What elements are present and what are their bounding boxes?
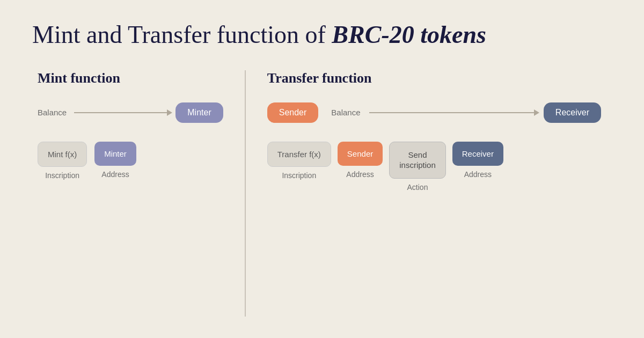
transfer-receiver-box: Receiver [452,142,503,166]
transfer-arrow-head [534,109,539,116]
mint-fx-box: Mint f(x) [38,142,87,167]
mint-minter-box: Minter [94,142,136,166]
mint-arrow-head [167,109,172,116]
transfer-sender-pill: Sender [267,102,319,123]
sections-container: Mint function Balance Minter Mint f(x) I… [32,70,612,317]
page-title: Mint and Transfer function of BRC-20 tok… [32,21,612,49]
mint-address-label: Address [101,170,129,179]
mint-arrow-line [74,109,172,116]
mint-item-address: Minter Address [94,142,136,179]
transfer-section-title: Transfer function [267,70,601,86]
transfer-item-action: Sendinscription Action [389,142,446,192]
transfer-fx-box: Transfer f(x) [267,142,331,167]
mint-item-inscription: Mint f(x) Inscription [38,142,87,180]
transfer-receiver-pill: Receiver [544,102,601,123]
mint-bottom-row: Mint f(x) Inscription Minter Address [38,142,223,180]
mint-arrow-shaft [74,112,167,113]
transfer-receiver-label: Address [464,170,492,179]
transfer-sender-box: Sender [338,142,383,166]
mint-section: Mint function Balance Minter Mint f(x) I… [32,70,246,317]
title-highlight: BRC-20 tokens [332,21,486,48]
transfer-item-inscription: Transfer f(x) Inscription [267,142,331,180]
transfer-action-box: Sendinscription [389,142,446,179]
transfer-item-sender: Sender Address [338,142,383,179]
transfer-inscription-label: Inscription [282,171,316,180]
mint-minter-pill: Minter [175,102,223,123]
transfer-arrow-shaft [369,112,534,113]
transfer-sender-label: Address [346,170,374,179]
mint-section-title: Mint function [38,70,223,86]
transfer-balance-label: Balance [331,108,360,117]
transfer-bottom-row: Transfer f(x) Inscription Sender Address… [267,142,601,192]
mint-arrow-label: Balance [38,108,67,117]
mint-inscription-label: Inscription [45,171,79,180]
transfer-arrow-row: Sender Balance Receiver [267,102,601,123]
title-prefix: Mint and Transfer function of [32,21,332,48]
page-container: Mint and Transfer function of BRC-20 tok… [0,0,644,338]
transfer-section: Transfer function Sender Balance Receive… [246,70,612,317]
transfer-arrow-line [369,109,539,116]
mint-arrow-row: Balance Minter [38,102,223,123]
transfer-item-receiver: Receiver Address [452,142,503,179]
transfer-action-label: Action [407,183,428,192]
